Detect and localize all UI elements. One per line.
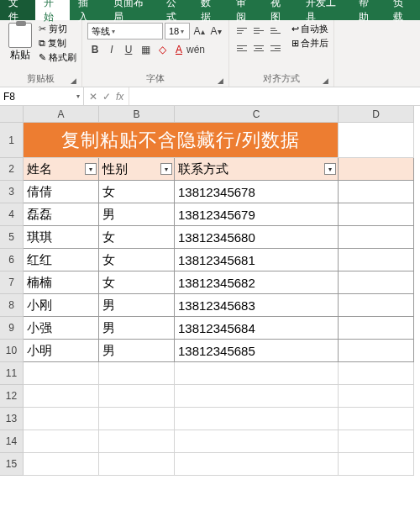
cell[interactable] — [24, 453, 99, 476]
align-center-button[interactable] — [251, 40, 266, 55]
cell[interactable] — [339, 294, 414, 317]
row-header[interactable]: 4 — [0, 203, 24, 226]
align-middle-button[interactable] — [251, 23, 266, 38]
tab-review[interactable]: 审阅 — [228, 0, 263, 20]
cell[interactable] — [175, 362, 339, 385]
cell[interactable] — [175, 385, 339, 408]
column-header[interactable]: B — [99, 106, 175, 123]
tab-home[interactable]: 开始 — [35, 0, 71, 20]
cell[interactable]: 13812345682 — [175, 271, 339, 294]
merge-button[interactable]: ⊞合并后 — [291, 37, 328, 50]
column-header[interactable]: A — [24, 106, 99, 123]
cell[interactable]: 女 — [99, 181, 175, 203]
cell[interactable]: 男 — [99, 203, 175, 226]
header-cell-name[interactable]: 姓名▾ — [24, 158, 99, 181]
cell[interactable]: 红红 — [24, 249, 99, 271]
phonetic-button[interactable]: wén — [188, 42, 203, 57]
cell[interactable] — [99, 430, 175, 453]
cell[interactable] — [339, 453, 414, 476]
filter-icon[interactable]: ▾ — [324, 163, 336, 175]
font-name-select[interactable]: 等线▾ — [87, 23, 163, 40]
cell[interactable] — [24, 408, 99, 430]
select-all-corner[interactable] — [0, 106, 24, 123]
row-header[interactable]: 6 — [0, 249, 24, 271]
cancel-formula-icon[interactable]: ✕ — [89, 91, 97, 103]
cell[interactable] — [24, 430, 99, 453]
align-launcher-icon[interactable]: ◢ — [323, 76, 328, 85]
filter-icon[interactable]: ▾ — [160, 163, 172, 175]
fx-icon[interactable]: fx — [116, 91, 123, 103]
row-header[interactable]: 1 — [0, 123, 24, 158]
cell[interactable]: 13812345679 — [175, 203, 339, 226]
border-button[interactable]: ▦ — [138, 42, 153, 57]
row-header[interactable]: 10 — [0, 340, 24, 362]
cell[interactable] — [175, 453, 339, 476]
fill-color-button[interactable]: ◇ — [155, 42, 170, 57]
row-header[interactable]: 8 — [0, 294, 24, 317]
bold-button[interactable]: B — [87, 42, 102, 57]
column-header[interactable]: D — [339, 106, 414, 123]
cell[interactable]: 女 — [99, 271, 175, 294]
row-header[interactable]: 5 — [0, 226, 24, 249]
align-right-button[interactable] — [268, 40, 283, 55]
cell[interactable] — [99, 453, 175, 476]
tab-help[interactable]: 帮助 — [350, 0, 386, 20]
cell[interactable]: 13812345680 — [175, 226, 339, 249]
tab-file[interactable]: 文件 — [0, 0, 35, 20]
cell[interactable]: 琪琪 — [24, 226, 99, 249]
name-box[interactable]: F8▾ — [0, 87, 84, 105]
confirm-formula-icon[interactable]: ✓ — [102, 91, 111, 103]
cell[interactable] — [175, 408, 339, 430]
cell[interactable]: 13812345681 — [175, 249, 339, 271]
cell[interactable] — [339, 271, 414, 294]
cell[interactable] — [339, 226, 414, 249]
cell[interactable] — [339, 249, 414, 271]
cut-button[interactable]: ✂剪切 — [39, 23, 76, 35]
cell[interactable] — [339, 317, 414, 340]
cell[interactable] — [339, 181, 414, 203]
cell[interactable] — [339, 430, 414, 453]
format-painter-button[interactable]: ✎格式刷 — [39, 51, 76, 64]
cell[interactable] — [339, 340, 414, 362]
tab-developer[interactable]: 开发工具 — [297, 0, 350, 20]
font-size-select[interactable]: 18▾ — [165, 23, 190, 40]
cell[interactable]: 小强 — [24, 317, 99, 340]
cell[interactable]: 小明 — [24, 340, 99, 362]
header-cell-gender[interactable]: 性别▾ — [99, 158, 175, 181]
cell[interactable]: 楠楠 — [24, 271, 99, 294]
align-left-button[interactable] — [234, 40, 249, 55]
clipboard-launcher-icon[interactable]: ◢ — [71, 76, 76, 85]
decrease-font-button[interactable]: A▾ — [208, 24, 223, 39]
title-cell[interactable]: 复制粘贴不含隐藏行/列数据 — [24, 123, 339, 158]
row-header[interactable]: 12 — [0, 385, 24, 408]
tab-extra[interactable]: 负载 — [385, 0, 420, 20]
cell[interactable]: 13812345683 — [175, 294, 339, 317]
cell[interactable]: 女 — [99, 249, 175, 271]
row-header[interactable]: 14 — [0, 430, 24, 453]
cell[interactable] — [339, 158, 414, 181]
header-cell-contact[interactable]: 联系方式▾ — [175, 158, 339, 181]
align-bottom-button[interactable] — [268, 23, 283, 38]
cell[interactable] — [99, 362, 175, 385]
cell[interactable] — [339, 362, 414, 385]
cell[interactable]: 磊磊 — [24, 203, 99, 226]
font-launcher-icon[interactable]: ◢ — [218, 76, 223, 85]
tab-view[interactable]: 视图 — [262, 0, 297, 20]
cell[interactable]: 13812345684 — [175, 317, 339, 340]
cell[interactable]: 倩倩 — [24, 181, 99, 203]
cell[interactable]: 女 — [99, 226, 175, 249]
cell[interactable]: 男 — [99, 340, 175, 362]
wrap-text-button[interactable]: ↩自动换 — [291, 23, 328, 35]
cell[interactable] — [339, 408, 414, 430]
row-header[interactable]: 7 — [0, 271, 24, 294]
cell[interactable]: 男 — [99, 294, 175, 317]
row-header[interactable]: 15 — [0, 453, 24, 476]
row-header[interactable]: 2 — [0, 158, 24, 181]
filter-icon[interactable]: ▾ — [85, 163, 97, 175]
cell[interactable] — [24, 362, 99, 385]
italic-button[interactable]: I — [104, 42, 119, 57]
underline-button[interactable]: U — [121, 42, 136, 57]
tab-formulas[interactable]: 公式 — [158, 0, 193, 20]
row-header[interactable]: 9 — [0, 317, 24, 340]
increase-font-button[interactable]: A▴ — [192, 24, 207, 39]
